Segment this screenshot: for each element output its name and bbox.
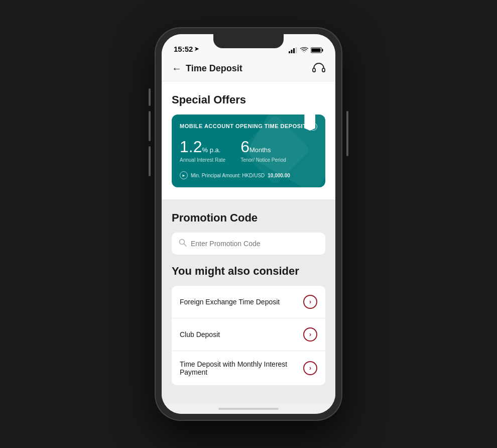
nav-left: ← Time Deposit (172, 63, 242, 74)
svg-rect-3 (296, 47, 297, 53)
svg-rect-5 (322, 49, 323, 52)
consider-section: You might also consider Foreign Exchange… (162, 265, 335, 396)
time-display: 15:52 (174, 45, 193, 53)
chevron-right-icon: › (309, 298, 311, 305)
list-item-label: Foreign Exchange Time Deposit (180, 298, 280, 306)
card-title: MOBILE ACCOUNT OPENING TIME DEPOSIT i (180, 123, 317, 131)
home-indicator (162, 404, 335, 414)
promotion-section: Promotion Code (162, 199, 335, 265)
phone-screen: 15:52 ➤ (162, 34, 335, 414)
headset-icon[interactable] (312, 62, 325, 76)
list-item-label: Club Deposit (180, 330, 220, 339)
home-bar (218, 408, 279, 410)
special-offers-section: Special Offers MOBILE ACCOUNT OPENING TI… (162, 81, 335, 199)
status-icons (289, 47, 323, 53)
status-time: 15:52 ➤ (174, 45, 199, 53)
min-principal-text: Min. Principal Amount: HKD/USD (191, 173, 265, 178)
chevron-right-icon: › (309, 331, 311, 338)
notch (213, 34, 284, 48)
battery-icon (311, 47, 323, 53)
interest-rate-label: Annual Interest Rate (180, 157, 225, 163)
svg-rect-2 (293, 48, 295, 53)
card-title-text: MOBILE ACCOUNT OPENING TIME DEPOSIT (180, 123, 306, 130)
circle-arrow-icon: ► (180, 171, 188, 179)
svg-rect-0 (289, 51, 290, 53)
tenor-stat: 6Months Tenor/ Notice Period (240, 139, 286, 163)
signal-icon (289, 47, 298, 53)
svg-rect-1 (291, 50, 293, 53)
chevron-circle: › (303, 327, 317, 342)
list-item-label: Time Deposit with Monthly Interest Payme… (180, 360, 303, 376)
consider-list: Foreign Exchange Time Deposit › Club Dep… (172, 286, 325, 385)
svg-line-10 (184, 244, 187, 247)
page-title: Time Deposit (186, 63, 242, 74)
special-offers-title: Special Offers (172, 93, 325, 106)
svg-rect-7 (313, 68, 315, 72)
interest-rate-stat: 1.2% p.a. Annual Interest Rate (180, 139, 225, 163)
promotion-title: Promotion Code (172, 211, 325, 225)
scroll-content: Special Offers MOBILE ACCOUNT OPENING TI… (162, 81, 335, 404)
card-footer: ► Min. Principal Amount: HKD/USD 10,000.… (180, 171, 317, 179)
back-button[interactable]: ← (172, 63, 182, 74)
list-item-monthly-interest[interactable]: Time Deposit with Monthly Interest Payme… (172, 351, 325, 385)
bookmark-icon (304, 115, 315, 131)
nav-bar: ← Time Deposit (162, 56, 335, 81)
offers-cards-scroll[interactable]: MOBILE ACCOUNT OPENING TIME DEPOSIT i 1.… (172, 115, 325, 189)
svg-rect-6 (312, 49, 321, 52)
chevron-circle: › (303, 295, 317, 309)
tenor-value: 6Months (240, 139, 286, 155)
wifi-icon (300, 47, 308, 53)
offer-card-main[interactable]: MOBILE ACCOUNT OPENING TIME DEPOSIT i 1.… (172, 115, 325, 187)
promo-input[interactable] (191, 240, 318, 248)
phone-shell: 15:52 ➤ (156, 28, 341, 420)
interest-rate-value: 1.2% p.a. (180, 139, 225, 155)
consider-title: You might also consider (172, 265, 325, 278)
list-item-club-deposit[interactable]: Club Deposit › (172, 318, 325, 351)
card-stats: 1.2% p.a. Annual Interest Rate 6Months T… (180, 139, 317, 163)
min-amount: 10,000.00 (268, 173, 290, 178)
promo-input-wrap[interactable] (172, 233, 325, 255)
svg-rect-8 (322, 68, 325, 72)
tenor-label: Tenor/ Notice Period (240, 157, 286, 163)
list-item-foreign-exchange[interactable]: Foreign Exchange Time Deposit › (172, 286, 325, 318)
chevron-right-icon: › (309, 365, 311, 372)
chevron-circle: › (303, 361, 317, 375)
search-icon (179, 239, 187, 249)
location-icon: ➤ (194, 46, 199, 52)
